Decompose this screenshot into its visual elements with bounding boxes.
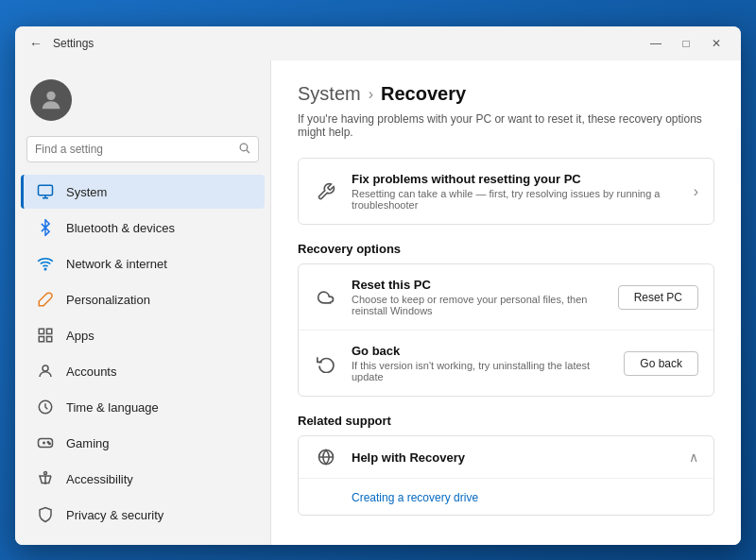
recovery-options-label: Recovery options <box>298 242 714 256</box>
title-bar: ← Settings — □ ✕ <box>15 26 741 60</box>
settings-window: ← Settings — □ ✕ <box>15 26 741 545</box>
brush-icon <box>36 290 55 309</box>
sidebar-label-apps: Apps <box>66 329 94 343</box>
main-content: System › Recovery If you're having probl… <box>270 60 741 545</box>
sidebar-item-accounts[interactable]: Accounts <box>21 354 265 388</box>
monitor-icon <box>36 182 55 201</box>
sidebar-item-privacy[interactable]: Privacy & security <box>21 498 265 532</box>
svg-rect-3 <box>39 185 53 195</box>
related-support-label: Related support <box>298 414 714 428</box>
reset-desc: Choose to keep or remove your personal f… <box>352 294 605 316</box>
sidebar-label-update: Windows Update <box>66 544 159 546</box>
fix-problems-card: Fix problems without resetting your PC R… <box>298 158 714 225</box>
sidebar-label-system: System <box>66 185 107 199</box>
sidebar-item-system[interactable]: System <box>21 175 265 209</box>
sidebar-label-accessibility: Accessibility <box>66 472 133 486</box>
svg-point-17 <box>49 443 51 445</box>
apps-icon <box>36 326 55 345</box>
sidebar-item-accessibility[interactable]: Accessibility <box>21 462 265 496</box>
sidebar: System Bluetooth & devices Network & int… <box>15 60 270 545</box>
svg-point-1 <box>240 144 248 151</box>
maximize-button[interactable]: □ <box>673 30 699 57</box>
wrench-icon <box>314 182 338 201</box>
page-subtitle: If you're having problems with your PC o… <box>298 112 714 139</box>
title-bar-controls: — □ ✕ <box>643 30 730 57</box>
search-box[interactable] <box>26 136 259 162</box>
search-input[interactable] <box>35 143 232 156</box>
reset-title: Reset this PC <box>352 278 605 292</box>
sidebar-item-network[interactable]: Network & internet <box>21 246 265 280</box>
sidebar-item-update[interactable]: Windows Update <box>21 534 265 545</box>
svg-rect-7 <box>39 329 43 333</box>
fix-problems-row[interactable]: Fix problems without resetting your PC R… <box>299 159 713 224</box>
breadcrumb: System › Recovery <box>298 83 714 105</box>
sidebar-item-bluetooth[interactable]: Bluetooth & devices <box>21 211 265 245</box>
fix-desc: Resetting can take a while — first, try … <box>352 188 680 211</box>
sidebar-label-gaming: Gaming <box>66 436 110 450</box>
game-icon <box>36 433 55 452</box>
svg-point-18 <box>44 472 47 475</box>
reset-action: Reset PC <box>618 285 698 310</box>
window-title: Settings <box>53 37 94 50</box>
svg-point-11 <box>43 365 48 371</box>
cloud-icon <box>314 288 338 307</box>
content-area: System Bluetooth & devices Network & int… <box>15 60 741 545</box>
user-icon <box>36 362 55 381</box>
goback-desc: If this version isn't working, try unins… <box>352 360 610 382</box>
reset-pc-button[interactable]: Reset PC <box>618 285 698 310</box>
wifi-icon <box>36 254 55 273</box>
avatar <box>30 79 72 121</box>
help-recovery-row[interactable]: Help with Recovery ∧ <box>299 436 713 479</box>
go-back-button[interactable]: Go back <box>624 351 698 376</box>
sidebar-item-apps[interactable]: Apps <box>21 318 265 352</box>
close-button[interactable]: ✕ <box>703 30 730 57</box>
profile-section <box>15 68 270 136</box>
fix-title: Fix problems without resetting your PC <box>352 172 680 186</box>
sidebar-label-personalization: Personalization <box>66 293 150 307</box>
go-back-row[interactable]: Go back If this version isn't working, t… <box>299 331 713 396</box>
shield-icon <box>36 505 55 524</box>
sidebar-item-time[interactable]: Time & language <box>21 390 265 424</box>
help-recovery-title: Help with Recovery <box>352 450 676 465</box>
sidebar-label-bluetooth: Bluetooth & devices <box>66 221 175 235</box>
sidebar-label-privacy: Privacy & security <box>66 508 163 522</box>
accessibility-icon <box>36 469 55 488</box>
title-bar-left: ← Settings <box>26 34 94 53</box>
goback-action: Go back <box>624 351 698 376</box>
sidebar-item-gaming[interactable]: Gaming <box>21 426 265 460</box>
breadcrumb-chevron: › <box>369 86 373 103</box>
history-icon <box>314 354 338 373</box>
breadcrumb-parent: System <box>298 83 361 105</box>
related-support-card: Help with Recovery ∧ Creating a recovery… <box>298 435 714 516</box>
sidebar-label-accounts: Accounts <box>66 365 116 379</box>
minimize-button[interactable]: — <box>643 30 669 57</box>
reset-text: Reset this PC Choose to keep or remove y… <box>352 278 605 316</box>
fix-chevron-right: › <box>694 183 698 200</box>
svg-rect-10 <box>47 337 52 342</box>
bluetooth-icon <box>36 218 55 237</box>
goback-text: Go back If this version isn't working, t… <box>352 344 610 382</box>
creating-recovery-link-row: Creating a recovery drive <box>299 479 713 515</box>
expand-icon[interactable]: ∧ <box>689 450 698 465</box>
reset-pc-row[interactable]: Reset this PC Choose to keep or remove y… <box>299 264 713 331</box>
update-icon <box>36 541 55 545</box>
back-arrow[interactable]: ← <box>26 34 45 53</box>
svg-point-0 <box>46 92 55 100</box>
svg-rect-9 <box>39 337 43 342</box>
clock-icon <box>36 398 55 416</box>
globe-icon <box>314 448 338 467</box>
fix-text: Fix problems without resetting your PC R… <box>352 172 680 211</box>
search-icon <box>238 142 250 157</box>
breadcrumb-current: Recovery <box>381 83 466 105</box>
goback-title: Go back <box>352 344 610 358</box>
sidebar-label-time: Time & language <box>66 400 159 415</box>
sidebar-label-network: Network & internet <box>66 257 167 271</box>
sidebar-item-personalization[interactable]: Personalization <box>21 282 265 316</box>
creating-recovery-link[interactable]: Creating a recovery drive <box>352 491 478 504</box>
svg-point-6 <box>44 268 46 270</box>
svg-line-2 <box>247 150 249 153</box>
recovery-options-card: Reset this PC Choose to keep or remove y… <box>298 263 714 397</box>
svg-rect-8 <box>47 329 52 333</box>
